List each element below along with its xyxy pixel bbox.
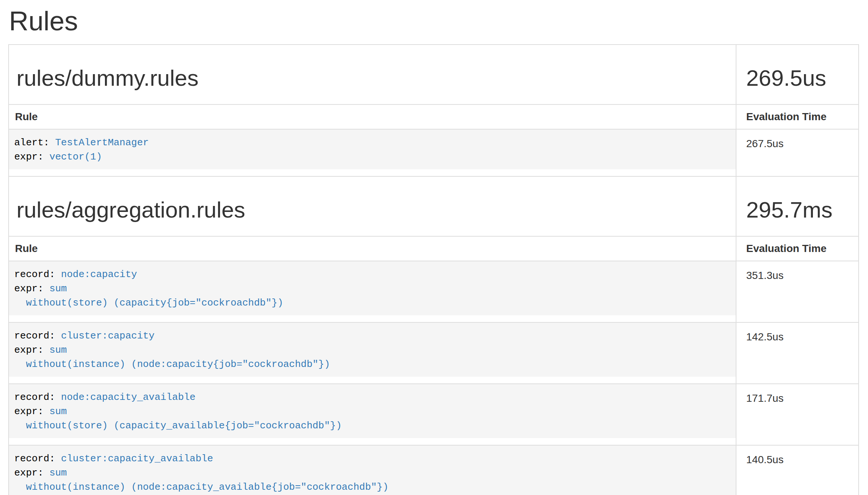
rule-keyword: expr: — [14, 283, 49, 294]
rule-keyword: expr: — [14, 467, 49, 479]
rule-link[interactable]: TestAlertManager — [55, 137, 149, 148]
rule-link[interactable]: sum — [49, 344, 67, 356]
rule-keyword: expr: — [14, 151, 49, 163]
rule-group-file-name: rules/dummy.rules — [16, 66, 728, 91]
rule-link[interactable]: node:capacity — [61, 269, 137, 280]
rule-definition-cell: alert: TestAlertManager expr: vector(1) — [9, 129, 736, 176]
evaluation-time-column-header: Evaluation Time — [736, 236, 859, 261]
rule-group-total-time-cell: 295.7ms — [736, 176, 859, 236]
rule-evaluation-time: 351.3us — [736, 261, 859, 322]
rule-keyword: record: — [14, 269, 61, 280]
rule-link[interactable]: without(instance) (node:capacity_availab… — [26, 482, 388, 493]
rule-link[interactable]: without(store) (capacity_available{job="… — [26, 420, 342, 431]
rule-group-file-cell: rules/dummy.rules — [9, 45, 736, 104]
rule-link[interactable]: sum — [49, 467, 67, 479]
rule-column-header: Rule — [9, 104, 736, 129]
rule-keyword: expr: — [14, 406, 49, 417]
rule-row: record: node:capacity expr: sum without(… — [9, 261, 859, 322]
rule-link[interactable]: without(store) (capacity{job="cockroachd… — [26, 297, 283, 309]
rule-link[interactable]: without(instance) (node:capacity{job="co… — [26, 359, 330, 370]
rule-link[interactable]: vector(1) — [49, 151, 102, 163]
rules-table: rules/dummy.rules 269.5us Rule Evaluatio… — [8, 44, 859, 495]
rule-column-header: Rule — [9, 236, 736, 261]
rule-group-total-evaluation-time: 269.5us — [746, 66, 849, 91]
evaluation-time-column-header: Evaluation Time — [736, 104, 859, 129]
rule-group-total-time-cell: 269.5us — [736, 45, 859, 104]
rule-evaluation-time: 142.5us — [736, 322, 859, 384]
rule-group-file-cell: rules/aggregation.rules — [9, 176, 736, 236]
rule-group-header-row: rules/dummy.rules 269.5us — [9, 45, 859, 104]
rule-row: record: cluster:capacity_available expr:… — [9, 445, 859, 495]
rule-group-file-name: rules/aggregation.rules — [16, 198, 728, 222]
rule-evaluation-time: 171.7us — [736, 384, 859, 445]
page-title: Rules — [9, 7, 859, 34]
rule-definition-cell: record: node:capacity_available expr: su… — [9, 384, 736, 445]
rule-row: record: cluster:capacity expr: sum witho… — [9, 322, 859, 384]
rule-link[interactable]: cluster:capacity_available — [61, 453, 213, 464]
rule-link[interactable]: node:capacity_available — [61, 392, 196, 403]
rule-link[interactable]: sum — [49, 283, 67, 294]
rule-keyword: alert: — [14, 137, 55, 148]
column-header-row: Rule Evaluation Time — [9, 236, 859, 261]
rule-keyword: record: — [14, 453, 61, 464]
rule-evaluation-time: 267.5us — [736, 129, 859, 176]
rule-row: alert: TestAlertManager expr: vector(1) … — [9, 129, 859, 176]
rule-definition: record: node:capacity_available expr: su… — [9, 384, 736, 438]
column-header-row: Rule Evaluation Time — [9, 104, 859, 129]
rule-definition: alert: TestAlertManager expr: vector(1) — [9, 130, 736, 169]
rule-definition: record: cluster:capacity_available expr:… — [9, 446, 736, 495]
rule-link[interactable]: cluster:capacity — [61, 330, 155, 341]
rule-definition: record: node:capacity expr: sum without(… — [9, 261, 736, 315]
rule-definition: record: cluster:capacity expr: sum witho… — [9, 323, 736, 377]
rule-keyword: expr: — [14, 344, 49, 356]
rule-row: record: node:capacity_available expr: su… — [9, 384, 859, 445]
rule-group-header-row: rules/aggregation.rules 295.7ms — [9, 176, 859, 236]
rule-evaluation-time: 140.5us — [736, 445, 859, 495]
rule-definition-cell: record: node:capacity expr: sum without(… — [9, 261, 736, 322]
rule-group-total-evaluation-time: 295.7ms — [746, 198, 849, 222]
rule-definition-cell: record: cluster:capacity expr: sum witho… — [9, 322, 736, 384]
rule-keyword: record: — [14, 330, 61, 341]
rule-keyword: record: — [14, 392, 61, 403]
rule-definition-cell: record: cluster:capacity_available expr:… — [9, 445, 736, 495]
rules-page: Rules rules/dummy.rules 269.5us Rule Eva… — [0, 7, 868, 495]
rule-link[interactable]: sum — [49, 406, 67, 417]
